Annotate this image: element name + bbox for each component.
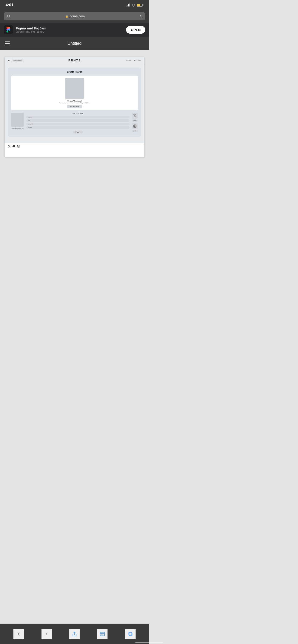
canvas-main: Create Profile Upload Thumbnail We recom… xyxy=(5,64,144,143)
create-profile-title: Create Profile xyxy=(11,71,138,73)
profile-inputs-row: Example profile pic user input fields na… xyxy=(11,113,138,134)
prnt-header: ▶ Buy Matic PRNTS Profile + Create xyxy=(5,57,144,64)
canvas-bottom-strip xyxy=(5,150,144,157)
genre-input[interactable]: genre xyxy=(26,126,130,129)
buy-matic-button[interactable]: Buy Matic xyxy=(12,59,24,62)
svg-rect-3 xyxy=(18,145,20,148)
status-icons xyxy=(126,4,143,7)
prnt-logo: PRNTS xyxy=(69,59,81,62)
profile-pic-label: Example profile pic xyxy=(12,128,24,129)
app-banner: Figma and FigJam Open in the Figma app O… xyxy=(0,23,149,37)
main-content: ▶ Buy Matic PRNTS Profile + Create Creat… xyxy=(0,50,149,212)
upload-rec-text: We recommend image size to be 280px x 28… xyxy=(59,102,90,104)
back-arrow-icon[interactable]: ▶ xyxy=(8,59,10,62)
app-subtitle: Open in the Figma app xyxy=(16,30,47,34)
nav-profile-link[interactable]: Profile xyxy=(126,59,131,62)
canvas-footer xyxy=(5,143,144,150)
input-fields-section: user input fields name bio symbol genre … xyxy=(26,113,130,134)
address-bar: AA 🔒 figma.com ↻ xyxy=(0,10,149,23)
lock-icon: 🔒 xyxy=(65,15,69,18)
figma-canvas: ▶ Buy Matic PRNTS Profile + Create Creat… xyxy=(5,57,144,157)
thumbnail-placeholder xyxy=(65,78,84,99)
name-input[interactable]: name xyxy=(26,116,130,118)
upload-area: Upload Thumbnail We recommend image size… xyxy=(11,76,138,110)
status-time: 4:01 xyxy=(6,3,14,8)
figma-header: Untitled xyxy=(0,37,149,50)
bio-input[interactable]: bio xyxy=(26,119,130,122)
svg-point-4 xyxy=(18,146,19,147)
status-bar: 4:01 xyxy=(0,0,149,10)
aa-label[interactable]: AA xyxy=(7,14,11,18)
nav-create-link[interactable]: + Create xyxy=(134,59,141,62)
footer-discord-icon xyxy=(13,145,15,148)
page-title: Untitled xyxy=(67,41,82,46)
reload-icon[interactable]: ↻ xyxy=(139,14,143,18)
profile-pic-example: Example profile pic xyxy=(11,113,24,129)
footer-twitter-icon xyxy=(8,145,11,148)
profile-pic-placeholder xyxy=(11,113,24,126)
signal-bars-icon xyxy=(126,4,130,6)
svg-point-2 xyxy=(135,125,136,126)
app-name: Figma and FigJam xyxy=(16,26,47,30)
input-fields-label: user input fields xyxy=(26,113,130,114)
twitter-icon-box xyxy=(132,113,138,119)
figma-app-icon xyxy=(4,25,13,34)
instagram-verify-button[interactable]: verify xyxy=(132,130,138,132)
twitter-verify-button[interactable]: verify xyxy=(132,120,138,122)
svg-point-1 xyxy=(134,126,135,127)
social-icons-section: verify verify xyxy=(132,113,138,132)
create-button[interactable]: Create xyxy=(73,130,83,134)
svg-point-5 xyxy=(19,146,19,146)
address-input[interactable]: AA 🔒 figma.com ↻ xyxy=(4,12,145,20)
wifi-icon xyxy=(132,4,135,6)
open-app-button[interactable]: OPEN xyxy=(126,26,145,34)
instagram-icon-box xyxy=(132,123,138,129)
address-url: figma.com xyxy=(70,14,85,18)
symbol-input[interactable]: symbol xyxy=(26,123,130,126)
upload-cover-button[interactable]: Upload Cover xyxy=(67,105,82,108)
footer-instagram-icon xyxy=(17,145,20,148)
battery-icon xyxy=(137,4,143,7)
upload-thumbnail-label: Upload Thumbnail xyxy=(67,100,82,102)
create-profile-card: Create Profile Upload Thumbnail We recom… xyxy=(8,68,141,137)
svg-rect-0 xyxy=(133,125,136,128)
hamburger-menu[interactable] xyxy=(5,42,10,45)
